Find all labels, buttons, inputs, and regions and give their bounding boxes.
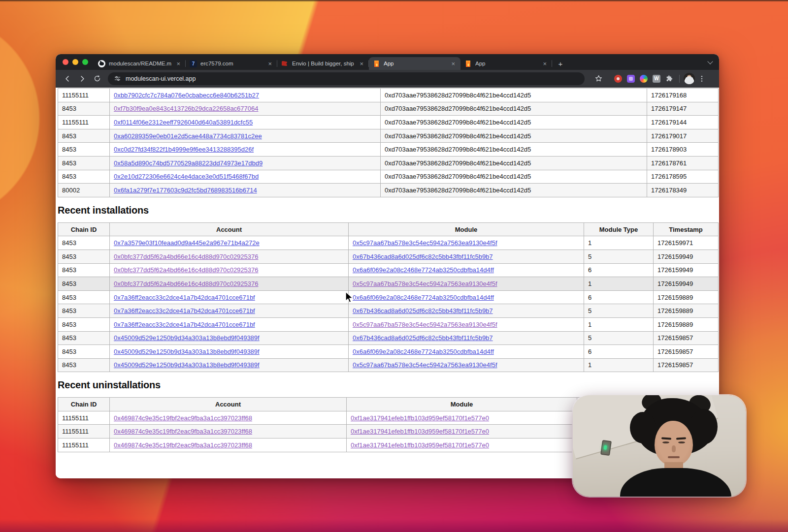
table-row: 84530x45009d529e1250b9d34a303a13b8ebd9f0…	[58, 345, 719, 359]
module_type-cell: 5	[584, 250, 654, 263]
extension-rainbow-icon[interactable]	[638, 73, 650, 85]
account-link[interactable]: 0xf7b30f9ea0e843c413726b29dca22658ac6770…	[114, 105, 259, 112]
account-link[interactable]: 0xbb7902cfc7c784a076e0cbabecc6e840b6251b…	[114, 92, 259, 99]
forward-button[interactable]	[75, 72, 89, 86]
toolbar-divider	[679, 75, 680, 83]
tab-close-icon[interactable]: ×	[266, 60, 273, 67]
chain-cell: 11155111	[58, 425, 110, 438]
account-link[interactable]: 0xa60289359e0eb01e2d5cae448a7734c83781c2…	[114, 132, 262, 140]
back-button[interactable]	[61, 72, 74, 86]
timestamp-cell: 1726159889	[654, 290, 719, 304]
table-row: 84530x7a36ff2eacc33c2dce41a7b42dca4701cc…	[58, 317, 719, 331]
module-link[interactable]: 0x67b436cad8a6d025df6c82c5bb43fbf11fc5b9…	[353, 334, 493, 342]
account-link[interactable]: 0x7a36ff2eacc33c2dce41a7b42dca4701cce671…	[114, 294, 255, 301]
extension-purple-icon[interactable]	[625, 73, 637, 85]
minimize-window-button[interactable]	[72, 59, 78, 65]
column-header: Account	[110, 222, 349, 236]
new-tab-button[interactable]: +	[554, 57, 567, 70]
close-window-button[interactable]	[63, 59, 68, 65]
module-link[interactable]: 0xf1ae317941efeb1ffb103d959ef58170f1e577…	[351, 428, 489, 435]
bookmark-button[interactable]	[591, 72, 605, 86]
module-cell: 0xd703aae79538628d27099b8c4f621be4ccd142…	[381, 89, 647, 102]
chain-cell: 8453	[58, 129, 110, 143]
module-link[interactable]: 0x6a6f069e2a08c2468e7724ab3250cdbfba14d4…	[353, 348, 494, 355]
module_type-cell: 5	[584, 331, 654, 345]
tab-4[interactable]: App×	[369, 57, 460, 70]
extension-w-icon[interactable]: W	[651, 73, 662, 85]
tab-2[interactable]: 7erc7579.com×	[186, 57, 277, 70]
tab-close-icon[interactable]: ×	[541, 60, 548, 67]
timestamp-cell: 1726178595	[647, 170, 719, 184]
module-cell: 0x6a6f069e2a08c2468e7724ab3250cdbfba14d4…	[349, 345, 584, 359]
profile-avatar[interactable]	[684, 73, 695, 84]
account-link[interactable]: 0x469874c9e35c19fbf2eac9fba3a1cc397023ff…	[114, 414, 252, 422]
account-link[interactable]: 0x2e10d272306e6624c4e4dace3e0d51f5468f67…	[114, 173, 259, 180]
account-link[interactable]: 0x7a36ff2eacc33c2dce41a7b42dca4701cce671…	[114, 321, 255, 328]
account-link[interactable]: 0x45009d529e1250b9d34a303a13b8ebd9f04938…	[114, 334, 260, 342]
chain-cell: 8453	[58, 290, 110, 304]
table-row: 800020x6fa1a279f7e177603c9d2fc5bd7689835…	[58, 184, 719, 197]
account-link[interactable]: 0x7a36ff2eacc33c2dce41a7b42dca4701cce671…	[114, 307, 255, 314]
account-link[interactable]: 0x7a3579e03f10feaad0d9a445e2a967e71b4a27…	[114, 239, 260, 247]
module-link[interactable]: 0xf1ae317941efeb1ffb103d959ef58170f1e577…	[351, 414, 489, 422]
account-cell: 0xbb7902cfc7c784a076e0cbabecc6e840b6251b…	[110, 89, 381, 102]
module-cell: 0x67b436cad8a6d025df6c82c5bb43fbf11fc5b9…	[349, 331, 584, 345]
tab-1[interactable]: modulescan/README.md at×	[94, 57, 186, 70]
account-cell: 0xa60289359e0eb01e2d5cae448a7734c83781c2…	[110, 129, 381, 143]
account-cell: 0x0bfc377dd5f62a4bd66e16c4d88d970c029253…	[110, 250, 349, 263]
timestamp-cell: 1726159889	[654, 317, 719, 331]
address-bar[interactable]: modulescan-ui.vercel.app	[108, 72, 585, 85]
tab-title: Envio | Build bigger, ship fast	[292, 61, 355, 66]
account-link[interactable]: 0x58a5d890c74bd5770529a88223dd74973e17db…	[114, 159, 263, 167]
tab-3[interactable]: Envio | Build bigger, ship fast×	[277, 57, 369, 70]
reload-button[interactable]	[90, 72, 104, 86]
tab-close-icon[interactable]: ×	[450, 60, 457, 67]
module-link[interactable]: 0x5c97aa67ba578e3c54ec5942a7563ea9130e4f…	[353, 321, 497, 328]
account-link[interactable]: 0xf0114f06e2312eeff7926040d640a53891dcfc…	[114, 119, 253, 126]
account-link[interactable]: 0x469874c9e35c19fbf2eac9fba3a1cc397023ff…	[114, 441, 252, 449]
extension-red-icon[interactable]	[612, 73, 624, 85]
account-link[interactable]: 0x0bfc377dd5f62a4bd66e16c4d88d970c029253…	[114, 280, 259, 287]
account-link[interactable]: 0x6fa1a279f7e177603c9d2fc5bd768983516b67…	[114, 187, 257, 194]
timestamp-cell: 1726159949	[654, 277, 719, 291]
menu-button[interactable]	[696, 73, 708, 85]
extensions-button[interactable]	[663, 73, 675, 85]
module_type-cell: 6	[584, 345, 654, 359]
module-cell: 0xf1ae317941efeb1ffb103d959ef58170f1e577…	[347, 411, 577, 425]
tab-close-icon[interactable]: ×	[358, 60, 365, 67]
chain-cell: 8453	[58, 345, 110, 359]
module-link[interactable]: 0x6a6f069e2a08c2468e7724ab3250cdbfba14d4…	[353, 294, 494, 301]
table-row: 84530x2e10d272306e6624c4e4dace3e0d51f546…	[58, 170, 719, 184]
account-link[interactable]: 0x45009d529e1250b9d34a303a13b8ebd9f04938…	[114, 348, 260, 355]
module-link[interactable]: 0x5c97aa67ba578e3c54ec5942a7563ea9130e4f…	[353, 280, 497, 287]
zoom-window-button[interactable]	[82, 59, 88, 65]
account-link[interactable]: 0x0bfc377dd5f62a4bd66e16c4d88d970c029253…	[114, 253, 259, 260]
presenter-face	[655, 421, 693, 466]
tab-title: App	[475, 61, 538, 66]
account-link[interactable]: 0xc0d27fd34f822f1b4999e9f6ee3413288395d2…	[114, 146, 254, 153]
account-cell: 0x0bfc377dd5f62a4bd66e16c4d88d970c029253…	[110, 277, 349, 291]
timestamp-cell: 1726179147	[647, 102, 719, 116]
module-link[interactable]: 0x5c97aa67ba578e3c54ec5942a7563ea9130e4f…	[353, 361, 497, 369]
account-link[interactable]: 0x469874c9e35c19fbf2eac9fba3a1cc397023ff…	[114, 428, 252, 435]
table-row: 84530x45009d529e1250b9d34a303a13b8ebd9f0…	[58, 331, 719, 345]
chain-cell: 11155111	[58, 116, 110, 129]
module-link[interactable]: 0x67b436cad8a6d025df6c82c5bb43fbf11fc5b9…	[353, 253, 493, 260]
tab-title: modulescan/README.md at	[109, 61, 171, 66]
module-cell: 0xf1ae317941efeb1ffb103d959ef58170f1e577…	[347, 438, 577, 452]
module-link[interactable]: 0x5c97aa67ba578e3c54ec5942a7563ea9130e4f…	[353, 239, 497, 247]
tab-search-button[interactable]	[706, 58, 714, 66]
module-link[interactable]: 0x6a6f069e2a08c2468e7724ab3250cdbfba14d4…	[353, 266, 494, 274]
timestamp-cell: 1726159857	[654, 331, 719, 345]
tab-5[interactable]: App×	[460, 57, 552, 70]
timestamp-cell: 1726159949	[654, 250, 719, 263]
tab-close-icon[interactable]: ×	[175, 60, 182, 67]
module_type-cell: 1	[584, 358, 654, 372]
account-link[interactable]: 0x45009d529e1250b9d34a303a13b8ebd9f04938…	[114, 361, 260, 369]
chain-cell: 8453	[58, 156, 110, 170]
module-cell: 0x67b436cad8a6d025df6c82c5bb43fbf11fc5b9…	[349, 250, 584, 263]
module-link[interactable]: 0xf1ae317941efeb1ffb103d959ef58170f1e577…	[351, 441, 489, 449]
account-link[interactable]: 0x0bfc377dd5f62a4bd66e16c4d88d970c029253…	[114, 266, 259, 274]
module-link[interactable]: 0x67b436cad8a6d025df6c82c5bb43fbf11fc5b9…	[353, 307, 493, 314]
chain-cell: 8453	[58, 143, 110, 156]
